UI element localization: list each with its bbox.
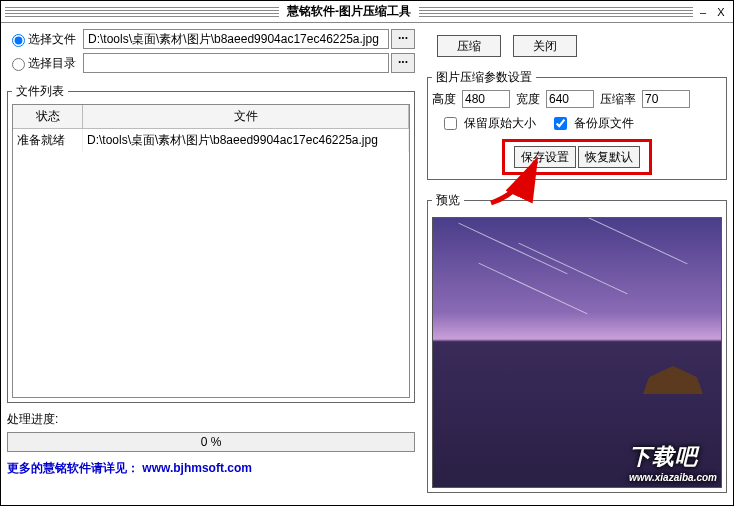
height-label: 高度 xyxy=(432,91,456,108)
ratio-label: 压缩率 xyxy=(600,91,636,108)
file-list-group: 文件列表 状态 文件 准备就绪 D:\tools\桌面\素材\图片\b8aeed… xyxy=(7,83,415,403)
compress-button[interactable]: 压缩 xyxy=(437,35,501,57)
table-row[interactable]: 准备就绪 D:\tools\桌面\素材\图片\b8aeed9904ac17ec4… xyxy=(13,129,409,152)
select-file-radio[interactable] xyxy=(12,34,25,47)
col-header-file[interactable]: 文件 xyxy=(83,105,409,128)
progress-bar: 0 % xyxy=(7,432,415,452)
progress-text: 0 % xyxy=(201,435,222,449)
window-title: 慧铭软件-图片压缩工具 xyxy=(279,3,419,20)
watermark: 下载吧 www.xiazaiba.com xyxy=(629,442,717,483)
cell-file: D:\tools\桌面\素材\图片\b8aeed9904ac17ec46225a… xyxy=(83,129,409,152)
preview-legend: 预览 xyxy=(432,192,464,209)
more-link[interactable]: www.bjhmsoft.com xyxy=(142,461,252,475)
progress-label: 处理进度: xyxy=(7,411,415,428)
height-input[interactable] xyxy=(462,90,510,108)
params-group: 图片压缩参数设置 高度 宽度 压缩率 保留原始大小 备份原文件 xyxy=(427,69,727,180)
file-table-body[interactable]: 准备就绪 D:\tools\桌面\素材\图片\b8aeed9904ac17ec4… xyxy=(13,129,409,397)
preview-image: 下载吧 www.xiazaiba.com xyxy=(432,217,722,488)
backup-check-label[interactable]: 备份原文件 xyxy=(550,114,634,133)
file-list-legend: 文件列表 xyxy=(12,83,68,100)
title-bar: 慧铭软件-图片压缩工具 – X xyxy=(1,1,733,23)
minimize-button[interactable]: – xyxy=(695,5,711,19)
preview-group: 预览 下载吧 www.xiazaiba.com xyxy=(427,192,727,493)
keep-original-checkbox[interactable] xyxy=(444,117,457,130)
width-input[interactable] xyxy=(546,90,594,108)
save-restore-highlight: 保存设置 恢复默认 xyxy=(502,139,652,175)
width-label: 宽度 xyxy=(516,91,540,108)
select-file-radio-label[interactable]: 选择文件 xyxy=(7,31,83,48)
save-settings-button[interactable]: 保存设置 xyxy=(514,146,576,168)
backup-checkbox[interactable] xyxy=(554,117,567,130)
ratio-input[interactable] xyxy=(642,90,690,108)
close-button[interactable]: 关闭 xyxy=(513,35,577,57)
cell-status: 准备就绪 xyxy=(13,129,83,152)
file-table: 状态 文件 准备就绪 D:\tools\桌面\素材\图片\b8aeed9904a… xyxy=(12,104,410,398)
select-dir-radio-label[interactable]: 选择目录 xyxy=(7,55,83,72)
keep-original-check-label[interactable]: 保留原始大小 xyxy=(440,114,536,133)
restore-default-button[interactable]: 恢复默认 xyxy=(578,146,640,168)
browse-file-button[interactable]: ··· xyxy=(391,29,415,49)
file-path-input[interactable] xyxy=(83,29,389,49)
dir-path-input[interactable] xyxy=(83,53,389,73)
params-legend: 图片压缩参数设置 xyxy=(432,69,536,86)
browse-dir-button[interactable]: ··· xyxy=(391,53,415,73)
col-header-status[interactable]: 状态 xyxy=(13,105,83,128)
close-window-button[interactable]: X xyxy=(713,5,729,19)
more-software: 更多的慧铭软件请详见： www.bjhmsoft.com xyxy=(7,460,415,477)
select-dir-radio[interactable] xyxy=(12,58,25,71)
